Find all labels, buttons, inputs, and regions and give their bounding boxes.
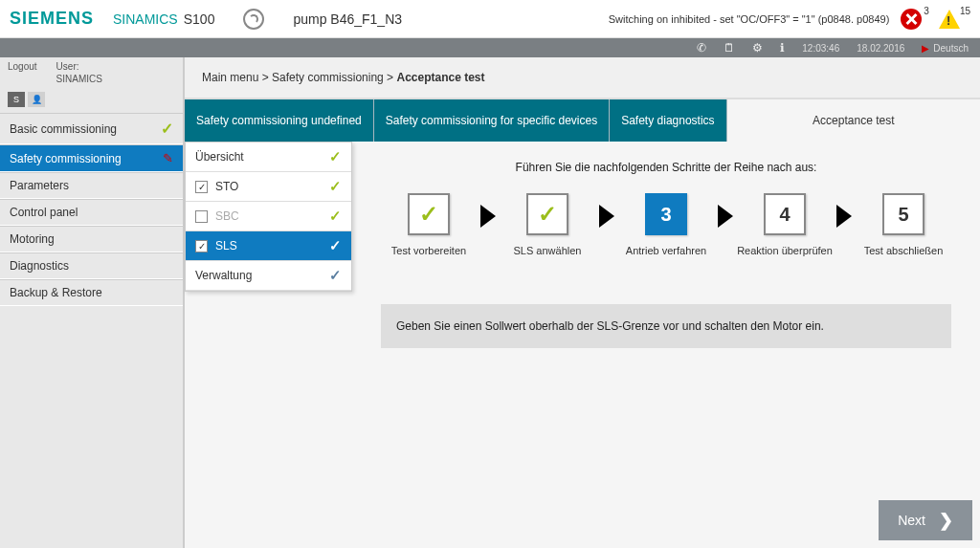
nav-diagnostics[interactable]: Diagnostics: [0, 252, 183, 279]
sub-label: STO: [215, 180, 238, 193]
check-icon: ✓: [329, 267, 342, 284]
nav-label: Diagnostics: [10, 259, 69, 273]
language-arrow-icon: ▶: [922, 43, 929, 54]
nav-label: Control panel: [10, 206, 78, 219]
content-area: Main menu > Safety commissioning > Accep…: [185, 57, 980, 548]
nav-label: Motoring: [10, 232, 55, 246]
arrow-icon: [480, 205, 496, 228]
step-label: Test abschließen: [864, 245, 944, 256]
nav-backup-restore[interactable]: Backup & Restore: [0, 279, 183, 306]
user-name: SINAMICS: [56, 74, 102, 84]
check-icon: ✓: [161, 120, 173, 138]
product-line: SINAMICS: [113, 11, 178, 27]
clock-date: 18.02.2016: [857, 43, 904, 54]
checkbox-icon: [195, 210, 208, 223]
wizard-steps: Test vorbereiten SLS anwählen 3 Antrieb …: [381, 193, 951, 256]
step-finish-test[interactable]: 5 Test abschließen: [856, 193, 951, 256]
sidebar: Logout User: SINAMICS S 👤 Basic commissi…: [0, 57, 185, 548]
step-box: 4: [764, 193, 806, 235]
acceptance-sublist: Übersicht ✓ ✓STO ✓ SBC ✓ ✓SLS ✓ Verwaltu…: [185, 142, 352, 292]
step-label: SLS anwählen: [514, 245, 582, 256]
brand-logo: SIEMENS: [10, 9, 94, 29]
logout-link[interactable]: Logout: [8, 61, 37, 72]
device-series: S100: [184, 11, 215, 27]
tab-safety-diagnostics[interactable]: Safety diagnostics: [610, 99, 726, 142]
language-label: Deutsch: [933, 43, 969, 54]
nav-label: Backup & Restore: [10, 286, 102, 299]
nav-basic-commissioning[interactable]: Basic commissioning ✓: [0, 113, 183, 144]
device-name: pump B46_F1_N3: [293, 11, 402, 27]
nav-safety-commissioning[interactable]: Safety commissioning ✎: [0, 144, 183, 172]
step-select-sls[interactable]: SLS anwählen: [500, 193, 595, 256]
breadcrumb-seg3: Acceptance test: [396, 71, 484, 84]
check-icon: ✓: [329, 237, 342, 254]
warning-count: 15: [960, 6, 970, 16]
sidebar-s-icon[interactable]: S: [8, 92, 25, 107]
chevron-right-icon: ❯: [939, 510, 953, 531]
next-label: Next: [898, 513, 925, 528]
checkbox-icon: ✓: [195, 240, 208, 252]
sub-sto[interactable]: ✓STO ✓: [186, 172, 351, 202]
sub-administration[interactable]: Verwaltung ✓: [186, 261, 351, 291]
language-selector[interactable]: ▶ Deutsch: [922, 43, 969, 54]
hint-box: Geben Sie einen Sollwert oberhalb der SL…: [381, 304, 951, 348]
step-box-current: 3: [645, 193, 687, 235]
tab-acceptance-test[interactable]: Acceptance test: [727, 99, 980, 142]
utility-bar: ✆ 🗒 ⚙ ℹ 12:03:46 18.02.2016 ▶ Deutsch: [0, 38, 980, 57]
step-move-drive[interactable]: 3 Antrieb verfahren: [618, 193, 714, 256]
edit-icon: ✎: [163, 151, 173, 165]
check-icon: ✓: [329, 148, 342, 165]
check-icon: ✓: [329, 208, 342, 225]
notes-icon[interactable]: 🗒: [724, 41, 735, 55]
user-label: User:: [56, 61, 102, 72]
sub-overview[interactable]: Übersicht ✓: [186, 142, 351, 172]
step-label: Antrieb verfahren: [626, 245, 706, 256]
breadcrumb-seg1[interactable]: Main menu: [202, 71, 258, 84]
arrow-icon: [599, 205, 614, 228]
step-box-done: [526, 193, 568, 235]
settings-icon[interactable]: ⚙: [752, 41, 763, 55]
phone-icon[interactable]: ✆: [697, 41, 706, 55]
sub-sls[interactable]: ✓SLS ✓: [186, 231, 351, 261]
tab-safety-undefined[interactable]: Safety commissioning undefined: [185, 99, 374, 142]
nav-label: Parameters: [10, 179, 69, 192]
arrow-icon: [836, 205, 852, 228]
check-icon: ✓: [329, 178, 342, 195]
wizard-instruction: Führen Sie die nachfolgenden Schritte de…: [381, 161, 951, 174]
nav-parameters[interactable]: Parameters: [0, 172, 183, 199]
nav-control-panel[interactable]: Control panel: [0, 199, 183, 226]
tab-bar: Safety commissioning undefined Safety co…: [185, 99, 980, 142]
sub-label: SLS: [215, 239, 237, 252]
clock-time: 12:03:46: [802, 43, 839, 54]
warning-icon[interactable]: [939, 10, 960, 29]
checkbox-icon: ✓: [195, 181, 208, 193]
sidebar-person-icon[interactable]: 👤: [28, 92, 45, 107]
tab-safety-specific[interactable]: Safety commissioning for specific device…: [374, 99, 610, 142]
status-message: Switching on inhibited - set "OC/OFF3" =…: [609, 13, 890, 25]
top-header: SIEMENS SINAMICS S100 pump B46_F1_N3 Swi…: [0, 0, 980, 38]
error-icon[interactable]: [901, 9, 922, 30]
sub-label: SBC: [215, 209, 239, 223]
nav-motoring[interactable]: Motoring: [0, 226, 183, 252]
nav-label: Safety commissioning: [10, 152, 122, 165]
info-icon[interactable]: ℹ: [780, 41, 785, 55]
step-label: Test vorbereiten: [391, 245, 466, 256]
sub-label: Übersicht: [195, 150, 244, 164]
step-label: Reaktion überprüfen: [737, 245, 833, 256]
error-count: 3: [924, 6, 929, 16]
step-box: 5: [882, 193, 924, 235]
breadcrumb-seg2[interactable]: Safety commissioning: [272, 71, 384, 84]
arrow-icon: [718, 205, 733, 228]
sub-label: Verwaltung: [195, 269, 252, 282]
breadcrumb: Main menu > Safety commissioning > Accep…: [185, 57, 980, 99]
next-button[interactable]: Next ❯: [879, 500, 972, 540]
drive-icon: [243, 9, 264, 30]
step-prepare-test[interactable]: Test vorbereiten: [381, 193, 477, 256]
step-check-reaction[interactable]: 4 Reaktion überprüfen: [737, 193, 833, 256]
step-box-done: [408, 193, 450, 235]
wizard-panel: Führen Sie die nachfolgenden Schritte de…: [352, 142, 980, 548]
sub-sbc[interactable]: SBC ✓: [186, 202, 351, 231]
nav-label: Basic commissioning: [10, 122, 117, 136]
